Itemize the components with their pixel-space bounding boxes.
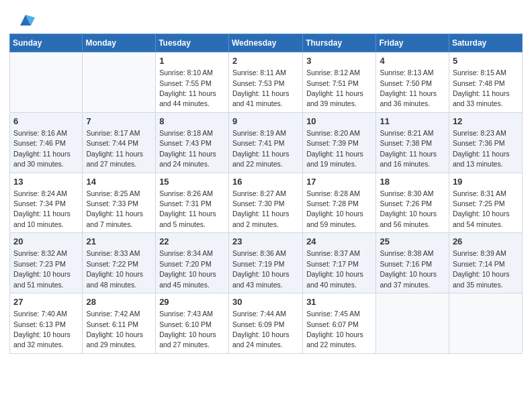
day-number: 3 [306,55,372,67]
day-detail: Sunrise: 7:44 AM Sunset: 6:09 PM Dayligh… [232,310,290,349]
day-detail: Sunrise: 8:32 AM Sunset: 7:23 PM Dayligh… [13,249,71,288]
day-detail: Sunrise: 8:27 AM Sunset: 7:30 PM Dayligh… [232,189,290,228]
day-number: 10 [306,116,372,128]
week-row-3: 13Sunrise: 8:24 AM Sunset: 7:34 PM Dayli… [10,173,523,233]
day-number: 15 [159,176,225,188]
day-detail: Sunrise: 7:40 AM Sunset: 6:13 PM Dayligh… [13,310,71,349]
calendar-cell: 23Sunrise: 8:36 AM Sunset: 7:19 PM Dayli… [228,233,302,293]
day-detail: Sunrise: 8:34 AM Sunset: 7:20 PM Dayligh… [159,249,216,288]
day-detail: Sunrise: 8:30 AM Sunset: 7:26 PM Dayligh… [380,189,437,228]
day-number: 27 [13,296,79,308]
calendar-cell: 5Sunrise: 8:15 AM Sunset: 7:48 PM Daylig… [449,52,522,113]
calendar-cell [449,293,522,354]
calendar-cell: 16Sunrise: 8:27 AM Sunset: 7:30 PM Dayli… [228,173,302,233]
day-detail: Sunrise: 8:19 AM Sunset: 7:41 PM Dayligh… [232,129,290,168]
day-number: 2 [232,55,299,67]
calendar-cell: 10Sunrise: 8:20 AM Sunset: 7:39 PM Dayli… [303,112,376,173]
day-number: 21 [86,236,152,248]
calendar-cell: 21Sunrise: 8:33 AM Sunset: 7:22 PM Dayli… [83,233,156,293]
day-number: 23 [232,236,299,248]
day-detail: Sunrise: 8:37 AM Sunset: 7:17 PM Dayligh… [306,249,363,288]
calendar-cell: 20Sunrise: 8:32 AM Sunset: 7:23 PM Dayli… [10,233,83,293]
day-detail: Sunrise: 8:38 AM Sunset: 7:16 PM Dayligh… [380,249,437,288]
day-number: 8 [159,116,225,128]
calendar-cell: 11Sunrise: 8:21 AM Sunset: 7:38 PM Dayli… [376,112,449,173]
day-detail: Sunrise: 8:12 AM Sunset: 7:51 PM Dayligh… [306,68,363,107]
day-detail: Sunrise: 8:25 AM Sunset: 7:33 PM Dayligh… [86,189,143,228]
day-number: 7 [86,116,152,128]
calendar-cell: 17Sunrise: 8:28 AM Sunset: 7:28 PM Dayli… [303,173,376,233]
calendar-cell [376,293,449,354]
day-detail: Sunrise: 8:31 AM Sunset: 7:25 PM Dayligh… [453,189,510,228]
day-detail: Sunrise: 8:17 AM Sunset: 7:44 PM Dayligh… [86,129,143,168]
calendar-cell: 4Sunrise: 8:13 AM Sunset: 7:50 PM Daylig… [376,52,449,113]
logo [13,9,35,28]
col-header-monday: Monday [83,34,156,52]
week-row-4: 20Sunrise: 8:32 AM Sunset: 7:23 PM Dayli… [10,233,523,293]
calendar-cell: 15Sunrise: 8:26 AM Sunset: 7:31 PM Dayli… [156,173,229,233]
calendar-cell: 6Sunrise: 8:16 AM Sunset: 7:46 PM Daylig… [10,112,83,173]
logo-icon [16,9,35,28]
day-number: 17 [306,176,372,188]
calendar-cell: 2Sunrise: 8:11 AM Sunset: 7:53 PM Daylig… [228,52,302,113]
calendar-cell: 1Sunrise: 8:10 AM Sunset: 7:55 PM Daylig… [156,52,229,113]
calendar-cell: 25Sunrise: 8:38 AM Sunset: 7:16 PM Dayli… [376,233,449,293]
week-row-5: 27Sunrise: 7:40 AM Sunset: 6:13 PM Dayli… [10,293,523,354]
day-detail: Sunrise: 8:16 AM Sunset: 7:46 PM Dayligh… [13,129,71,168]
day-number: 5 [453,55,519,67]
calendar-cell [83,52,156,113]
calendar-cell: 22Sunrise: 8:34 AM Sunset: 7:20 PM Dayli… [156,233,229,293]
calendar-cell: 14Sunrise: 8:25 AM Sunset: 7:33 PM Dayli… [83,173,156,233]
day-detail: Sunrise: 8:28 AM Sunset: 7:28 PM Dayligh… [306,189,363,228]
week-row-1: 1Sunrise: 8:10 AM Sunset: 7:55 PM Daylig… [10,52,523,113]
day-number: 26 [453,236,519,248]
calendar-cell: 30Sunrise: 7:44 AM Sunset: 6:09 PM Dayli… [228,293,302,354]
day-number: 4 [380,55,445,67]
day-number: 14 [86,176,152,188]
day-number: 22 [159,236,225,248]
calendar-cell: 3Sunrise: 8:12 AM Sunset: 7:51 PM Daylig… [303,52,376,113]
col-header-thursday: Thursday [303,34,376,52]
col-header-friday: Friday [376,34,449,52]
day-detail: Sunrise: 8:33 AM Sunset: 7:22 PM Dayligh… [86,249,143,288]
day-detail: Sunrise: 8:13 AM Sunset: 7:50 PM Dayligh… [380,68,437,107]
day-detail: Sunrise: 8:36 AM Sunset: 7:19 PM Dayligh… [232,249,290,288]
day-number: 6 [13,116,79,128]
day-number: 1 [159,55,225,67]
day-number: 25 [380,236,445,248]
day-detail: Sunrise: 8:10 AM Sunset: 7:55 PM Dayligh… [159,68,216,107]
calendar-cell: 28Sunrise: 7:42 AM Sunset: 6:11 PM Dayli… [83,293,156,354]
day-number: 12 [453,116,519,128]
calendar-cell: 19Sunrise: 8:31 AM Sunset: 7:25 PM Dayli… [449,173,522,233]
day-detail: Sunrise: 8:23 AM Sunset: 7:36 PM Dayligh… [453,129,510,168]
calendar-cell: 12Sunrise: 8:23 AM Sunset: 7:36 PM Dayli… [449,112,522,173]
col-header-saturday: Saturday [449,34,522,52]
calendar-table: SundayMondayTuesdayWednesdayThursdayFrid… [9,34,523,354]
calendar-cell: 24Sunrise: 8:37 AM Sunset: 7:17 PM Dayli… [303,233,376,293]
day-number: 31 [306,296,372,308]
calendar-cell: 13Sunrise: 8:24 AM Sunset: 7:34 PM Dayli… [10,173,83,233]
day-number: 29 [159,296,225,308]
day-detail: Sunrise: 8:18 AM Sunset: 7:43 PM Dayligh… [159,129,216,168]
day-number: 18 [380,176,445,188]
day-number: 28 [86,296,152,308]
day-detail: Sunrise: 8:26 AM Sunset: 7:31 PM Dayligh… [159,189,216,228]
day-number: 13 [13,176,79,188]
col-header-wednesday: Wednesday [228,34,302,52]
calendar-cell: 26Sunrise: 8:39 AM Sunset: 7:14 PM Dayli… [449,233,522,293]
day-detail: Sunrise: 8:21 AM Sunset: 7:38 PM Dayligh… [380,129,437,168]
calendar-cell: 7Sunrise: 8:17 AM Sunset: 7:44 PM Daylig… [83,112,156,173]
day-detail: Sunrise: 8:24 AM Sunset: 7:34 PM Dayligh… [13,189,71,228]
day-number: 11 [380,116,445,128]
day-detail: Sunrise: 8:20 AM Sunset: 7:39 PM Dayligh… [306,129,363,168]
day-detail: Sunrise: 8:11 AM Sunset: 7:53 PM Dayligh… [232,68,290,107]
col-header-tuesday: Tuesday [156,34,229,52]
header [0,0,532,34]
calendar-cell: 8Sunrise: 8:18 AM Sunset: 7:43 PM Daylig… [156,112,229,173]
day-number: 24 [306,236,372,248]
day-number: 20 [13,236,79,248]
calendar-cell [10,52,83,113]
calendar-cell: 31Sunrise: 7:45 AM Sunset: 6:07 PM Dayli… [303,293,376,354]
calendar-cell: 9Sunrise: 8:19 AM Sunset: 7:41 PM Daylig… [228,112,302,173]
day-detail: Sunrise: 7:42 AM Sunset: 6:11 PM Dayligh… [86,310,143,349]
